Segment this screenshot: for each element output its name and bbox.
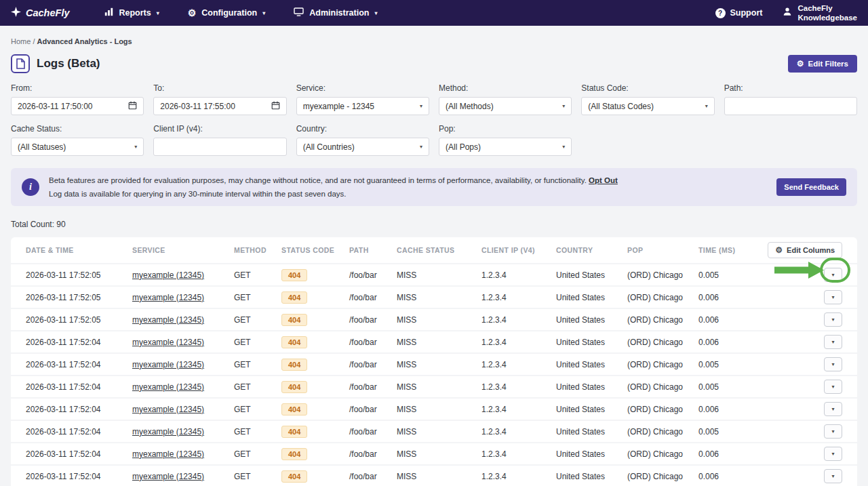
chevron-down-icon: ▾ (831, 384, 834, 390)
log-datetime: 2026-03-11 17:52:05 (26, 293, 132, 302)
row-expand-button[interactable]: ▾ (824, 290, 842, 304)
row-expand-button[interactable]: ▾ (824, 335, 842, 349)
log-cache-status: MISS (397, 405, 481, 414)
chevron-down-icon: ▾ (562, 144, 565, 150)
service-link[interactable]: myexample (12345) (132, 449, 204, 459)
status-code-badge: 404 (281, 381, 307, 393)
log-cache-status: MISS (397, 270, 481, 280)
status-code-badge: 404 (281, 359, 307, 371)
brand-logo[interactable]: CacheFly (11, 7, 69, 19)
row-expand-button[interactable]: ▾ (824, 424, 842, 439)
filter-service: Service: myexample - 12345 ▾ (296, 83, 429, 115)
chevron-down-icon: ▾ (831, 361, 834, 367)
log-method: GET (234, 472, 281, 481)
log-country: United States (556, 427, 627, 437)
log-path: /foo/bar (349, 270, 397, 280)
service-link[interactable]: myexample (12345) (132, 472, 204, 481)
log-method: GET (234, 427, 281, 437)
nav-configuration[interactable]: ⚙ Configuration ▾ (188, 8, 266, 18)
pop-select[interactable]: (All Pops) ▾ (439, 138, 572, 156)
calendar-icon[interactable] (128, 101, 137, 112)
opt-out-link[interactable]: Opt Out (589, 176, 618, 184)
log-country: United States (556, 315, 627, 325)
log-client-ip: 1.2.3.4 (481, 405, 556, 414)
edit-filters-button[interactable]: ⚙ Edit Filters (788, 55, 857, 73)
breadcrumb-current: Advanced Analytics - Logs (37, 37, 132, 45)
service-link[interactable]: myexample (12345) (132, 360, 204, 369)
row-expand-button[interactable]: ▾ (824, 312, 842, 327)
chevron-down-icon: ▾ (420, 103, 422, 109)
service-link[interactable]: myexample (12345) (132, 382, 204, 392)
beta-notice-text: Beta features are provided for evaluatio… (49, 174, 618, 201)
log-time-ms: 0.006 (698, 315, 746, 325)
log-client-ip: 1.2.3.4 (481, 382, 556, 392)
filter-cache-status: Cache Status: (All Statuses) ▾ (11, 124, 144, 156)
method-label: Method: (439, 83, 572, 93)
filters-panel: From: To: Service: myexample - 12345 ▾ M… (11, 83, 857, 156)
method-select[interactable]: (All Methods) ▾ (439, 97, 572, 115)
monitor-icon (294, 7, 304, 18)
bar-chart-icon (104, 7, 113, 18)
log-cache-status: MISS (397, 360, 481, 369)
log-time-ms: 0.006 (698, 405, 746, 414)
log-method: GET (234, 270, 281, 280)
row-expand-button[interactable]: ▾ (824, 357, 842, 371)
service-link[interactable]: myexample (12345) (132, 405, 204, 414)
cache-status-select[interactable]: (All Statuses) ▾ (11, 138, 144, 156)
log-pop: (ORD) Chicago (627, 360, 698, 369)
chevron-down-icon: ▾ (134, 144, 137, 150)
log-path: /foo/bar (349, 449, 397, 459)
log-country: United States (556, 293, 627, 302)
breadcrumb-home[interactable]: Home (11, 37, 31, 45)
calendar-icon[interactable] (271, 101, 280, 112)
chevron-down-icon: ▾ (831, 272, 834, 278)
log-datetime: 2026-03-11 17:52:05 (26, 270, 132, 280)
brand-name: CacheFly (26, 7, 69, 18)
log-method: GET (234, 293, 281, 302)
knowledgebase-link[interactable]: CacheFly Knowledgebase (783, 3, 857, 23)
header-path: PATH (349, 246, 397, 254)
to-date-field[interactable] (160, 102, 271, 111)
service-link[interactable]: myexample (12345) (132, 293, 204, 302)
from-label: From: (11, 83, 144, 93)
row-expand-button[interactable]: ▾ (824, 402, 842, 416)
row-expand-button[interactable]: ▾ (824, 469, 842, 483)
log-datetime: 2026-03-11 17:52:04 (26, 449, 132, 459)
chevron-down-icon: ▾ (831, 451, 834, 457)
service-select[interactable]: myexample - 12345 ▾ (296, 97, 429, 115)
row-expand-button[interactable]: ▾ (824, 268, 842, 282)
row-expand-button[interactable]: ▾ (824, 447, 842, 461)
client-ip-input[interactable] (153, 138, 286, 156)
from-date-field[interactable] (18, 102, 128, 111)
header-cache-status: CACHE STATUS (397, 246, 481, 254)
from-date-input[interactable] (11, 97, 144, 115)
send-feedback-button[interactable]: Send Feedback (776, 178, 846, 196)
log-pop: (ORD) Chicago (627, 382, 698, 392)
service-link[interactable]: myexample (12345) (132, 338, 204, 347)
log-path: /foo/bar (349, 427, 397, 437)
country-select[interactable]: (All Countries) ▾ (296, 138, 429, 156)
log-client-ip: 1.2.3.4 (481, 427, 556, 437)
edit-columns-button[interactable]: ⚙ Edit Columns (768, 242, 842, 258)
gear-icon: ⚙ (775, 246, 783, 254)
filter-client-ip: Client IP (v4): (153, 124, 286, 156)
nav-administration[interactable]: Administration ▾ (294, 7, 377, 18)
status-code-select[interactable]: (All Status Codes) ▾ (581, 97, 714, 115)
log-pop: (ORD) Chicago (627, 405, 698, 414)
log-datetime: 2026-03-11 17:52:04 (26, 472, 132, 481)
nav-reports-label: Reports (119, 8, 151, 18)
support-link[interactable]: ? Support (715, 8, 763, 18)
status-code-badge: 404 (281, 291, 307, 304)
log-datetime: 2026-03-11 17:52:04 (26, 427, 132, 437)
row-expand-button[interactable]: ▾ (824, 380, 842, 394)
service-link[interactable]: myexample (12345) (132, 270, 204, 280)
to-date-input[interactable] (153, 97, 286, 115)
log-country: United States (556, 382, 627, 392)
service-link[interactable]: myexample (12345) (132, 427, 204, 437)
log-time-ms: 0.005 (698, 360, 746, 369)
nav-reports[interactable]: Reports ▾ (104, 7, 159, 18)
path-input[interactable] (724, 97, 857, 115)
table-row: 2026-03-11 17:52:05 myexample (12345) GE… (11, 285, 857, 308)
table-row: 2026-03-11 17:52:04 myexample (12345) GE… (11, 420, 857, 442)
service-link[interactable]: myexample (12345) (132, 315, 204, 325)
